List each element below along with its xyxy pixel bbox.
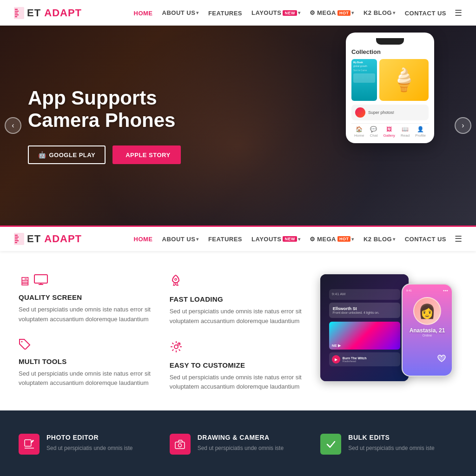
svg-point-17 [174,345,178,349]
phone-tabs: 🏠 Home 💬 Chat 🖼 Gallery 📖 Read 👤 [351,123,429,138]
slider-prev-button[interactable]: ‹ [5,117,21,134]
hamburger-icon-2[interactable]: ☰ [455,234,462,244]
tablet-photo-label: NE ▶ [332,344,341,348]
tablet-photo: NE ▶ [329,322,400,350]
google-play-button[interactable]: 🤖 Google Play [28,145,106,164]
tab-chat[interactable]: 💬 Chat [370,126,378,138]
photo-editor-content: PHOTO EDITOR Sed ut perspiciatis unde om… [46,434,132,452]
logo[interactable]: ET ADAPT [14,7,82,19]
mini-screen-1: My Book global growth Sort le Came [351,59,377,101]
svg-rect-8 [15,237,19,238]
features-grid: QUALITY SCREEN Sed ut perspiciatis unde … [19,274,457,392]
photo-editor-desc: Sed ut perspiciatis unde omnis iste [46,444,132,452]
quality-screen-desc: Sed ut perspiciatis unde omnis iste natu… [19,305,156,324]
phone-card-title: Collection [351,48,429,55]
bulk-edits-desc: Sed ut perspiciatis unde omnis iste [348,444,434,452]
drawing-camera-icon-box [170,434,191,455]
features-left: QUALITY SCREEN Sed ut perspiciatis unde … [19,274,156,388]
feature-quality-screen: QUALITY SCREEN Sed ut perspiciatis unde … [19,274,156,324]
svg-rect-7 [15,235,18,236]
nav-contact-2[interactable]: CONTACT US [401,233,450,245]
apple-story-button[interactable]: Apple Story [112,145,181,164]
nav-contact[interactable]: CONTACT US [401,7,450,20]
phone2-status-bar: 9:41 ●●● [406,289,448,292]
bulk-edits-title: BULK EDITS [348,434,434,441]
easy-customize-title: EASY TO CUSTOMIZE [170,361,307,369]
slider-next-button[interactable]: › [455,117,471,134]
hero-phone-mockup: Collection My Book global growth Sort le… [346,33,439,143]
photo-editor-icon-box [19,434,40,455]
nav-mega[interactable]: ⚙ MEGA HOT [306,7,358,19]
tablet-header: 9:41 AM [329,289,400,300]
drawing-camera-content: DRAWING & CAMERA Sed ut perspiciatis und… [198,434,284,452]
phone2-avatar: 👩 [413,297,441,325]
device-tablet: 9:41 AM Ellsworth St Front door unlocked… [320,274,409,381]
gear-icon [170,340,307,357]
phone2-screen: 9:41 ●●● 👩 Anastasia, 21 Online [403,284,452,376]
phone2-time: 9:41 [406,289,412,292]
monitor-icon [19,274,156,289]
multi-tools-title: MULTI TOOLS [19,357,156,365]
features-section: QUALITY SCREEN Sed ut perspiciatis unde … [0,251,476,410]
phone-mini-screens: My Book global growth Sort le Came 🍦 [351,59,429,101]
nav-mega-2[interactable]: ⚙ MEGA HOT [306,233,358,245]
feature-multi-tools: MULTI TOOLS Sed ut perspiciatis unde omn… [19,338,156,389]
device-phone2: 9:41 ●●● 👩 Anastasia, 21 Online [402,284,453,377]
mini-book-author: Sort le Came [353,69,375,72]
camera-icon [175,440,185,449]
nav-k2blog-2[interactable]: K2 BLOG [360,233,399,245]
phone-card-image: 🍦 [379,59,429,101]
tablet-time: 9:41 AM [332,292,397,296]
comment-text: Super photos! [368,110,394,115]
nav-layouts-2[interactable]: LAYOUTS NEW [248,233,304,245]
comment-avatar [355,107,365,118]
mini-book-subtitle: global growth [353,65,375,67]
svg-rect-21 [175,442,185,449]
svg-point-15 [21,341,23,342]
nav-features-2[interactable]: FEATURES [205,233,246,245]
logo-et-2: ET [27,233,41,245]
mega-badge-2: HOT [337,236,351,242]
svg-rect-12 [34,275,47,283]
gallery-tab-icon: 🖼 [386,126,392,132]
nav-k2blog[interactable]: K2 BLOG [360,7,399,19]
devices-mockup: 9:41 AM Ellsworth St Front door unlocked… [320,274,457,386]
tab-profile[interactable]: 👤 Profile [415,126,426,138]
nav-home-2[interactable]: HOME [130,233,157,245]
music-play-button[interactable]: ▶ [332,355,340,364]
music-artist: Radiohead [343,360,397,363]
nav-links: HOME ABOUT US FEATURES LAYOUTS NEW ⚙ MEG… [130,7,462,19]
mega-badge: HOT [337,10,351,16]
hamburger-icon[interactable]: ☰ [455,8,462,18]
android-icon: 🤖 [38,151,46,159]
phone2-name: Anastasia, 21 [410,327,445,334]
logo-2[interactable]: ET ADAPT [14,233,82,245]
tab-home[interactable]: 🏠 Home [354,126,364,138]
nav-about-2[interactable]: ABOUT US [159,233,203,245]
nav-features[interactable]: FEATURES [205,7,246,20]
tablet-music: ▶ Burn The Witch Radiohead [329,352,400,366]
tab-read[interactable]: 📖 Read [401,126,410,138]
nav-links-2: HOME ABOUT US FEATURES LAYOUTS NEW ⚙ MEG… [130,233,462,245]
nav-about[interactable]: ABOUT US [159,7,203,19]
mega-icon-2: ⚙ [310,236,316,243]
nav-home[interactable]: HOME [130,7,157,20]
hero-buttons: 🤖 Google Play Apple Story [28,145,181,164]
layouts-badge: NEW [283,10,297,16]
phone-card: Collection My Book global growth Sort le… [346,33,434,143]
svg-rect-2 [15,11,19,12]
music-title: Burn The Witch [343,357,397,360]
tab-gallery[interactable]: 🖼 Gallery [383,126,395,138]
hero-content: App Supports Camera Phones 🤖 Google Play… [0,87,209,165]
svg-rect-9 [15,238,18,239]
dark-feature-bulk-edits: BULK EDITS Sed ut perspiciatis unde omni… [320,434,457,455]
ice-cream-emoji: 🍦 [390,67,418,93]
mini-book-title: My Book [353,61,375,64]
mega-icon: ⚙ [310,9,316,16]
fast-loading-title: FAST LOADING [170,295,307,303]
photo-editor-title: PHOTO EDITOR [46,434,132,441]
dark-feature-photo-editor: PHOTO EDITOR Sed ut perspiciatis unde om… [19,434,156,455]
phone2-subtitle: Online [423,334,432,337]
nav-layouts[interactable]: LAYOUTS NEW [248,7,304,19]
tag-icon [19,338,156,353]
